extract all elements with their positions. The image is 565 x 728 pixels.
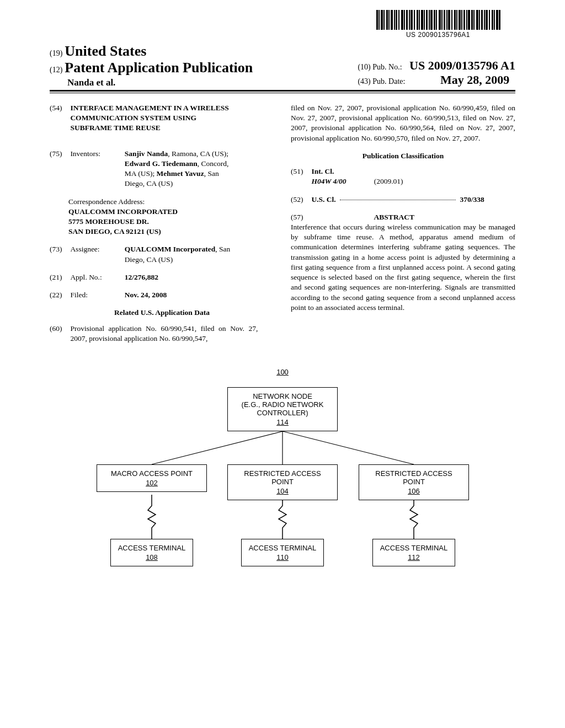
pubno-label: Pub. No.: xyxy=(372,63,402,71)
abstract-label: ABSTRACT xyxy=(311,212,477,222)
access-terminal-1-box: ACCESS TERMINAL 108 xyxy=(110,539,193,566)
abstract-text: Interference that occurs during wireless… xyxy=(291,222,515,313)
rap1-l1: RESTRICTED ACCESS POINT xyxy=(244,469,321,486)
filed-value: Nov. 24, 2008 xyxy=(125,290,241,300)
code-10: (10) xyxy=(358,63,370,71)
rap2-l1: RESTRICTED ACCESS POINT xyxy=(375,469,452,486)
right-column: filed on Nov. 27, 2007, provisional appl… xyxy=(291,103,515,351)
header-row: (19) United States (12) Patent Applicati… xyxy=(50,43,515,92)
nn-l3: CONTROLLER) xyxy=(257,409,308,417)
related-text-left: Provisional application No. 60/990,541, … xyxy=(70,324,258,344)
svg-line-2 xyxy=(282,431,414,464)
nn-l2: (E.G., RADIO NETWORK xyxy=(242,400,324,409)
at1-l1: ACCESS TERMINAL xyxy=(118,544,186,552)
access-terminal-2-box: ACCESS TERMINAL 110 xyxy=(241,539,324,566)
network-node-box: NETWORK NODE (E.G., RADIO NETWORK CONTRO… xyxy=(227,387,338,431)
code-54: (54) xyxy=(50,103,68,113)
code-52: (52) xyxy=(291,195,310,205)
authors-etal: Nanda et al. xyxy=(67,77,253,88)
related-text-right: filed on Nov. 27, 2007, provisional appl… xyxy=(291,103,515,143)
pubclass-head: Publication Classification xyxy=(291,151,515,161)
access-terminal-3-box: ACCESS TERMINAL 112 xyxy=(372,539,455,566)
at2-ref: 110 xyxy=(248,553,317,561)
applno-label: Appl. No.: xyxy=(70,272,122,282)
left-column: (54) INTERFACE MANAGEMENT IN A WIRELESS … xyxy=(50,103,274,351)
pubno-value: US 2009/0135796 A1 xyxy=(409,58,515,73)
inventor-2: Edward G. Tiedemann xyxy=(125,159,198,168)
related-head: Related U.S. Application Data xyxy=(50,308,274,318)
intcl-label: Int. Cl. xyxy=(311,167,334,175)
barcode-icon xyxy=(361,10,515,30)
figure-100: 100 NETWORK NODE (E.G., RADIO NETWORK CO… xyxy=(50,368,515,611)
pubdate-value: May 28, 2009 xyxy=(440,73,509,87)
inventor-1-loc: , Ramona, CA (US); xyxy=(168,149,228,158)
barcode-text: US 20090135796A1 xyxy=(361,31,515,39)
uscl-label: U.S. Cl. xyxy=(311,195,335,204)
figure-number: 100 xyxy=(276,368,289,376)
publication-type: Patent Application Publication xyxy=(65,60,253,76)
rap2-ref: 106 xyxy=(366,487,462,495)
correspondence-l1: QUALCOMM INCORPORATED xyxy=(68,207,274,217)
intcl-date: (2009.01) xyxy=(374,177,403,185)
correspondence-lead: Correspondence Address: xyxy=(68,197,274,207)
code-57: (57) xyxy=(291,212,310,222)
intcl-class: H04W 4/00 xyxy=(311,176,372,186)
correspondence-l2: 5775 MOREHOUSE DR. xyxy=(68,217,274,227)
applno-value: 12/276,882 xyxy=(125,272,241,282)
rap1-ref: 104 xyxy=(234,487,331,495)
at2-l1: ACCESS TERMINAL xyxy=(249,544,317,552)
inventor-1: Sanjiv Nanda xyxy=(125,149,168,158)
header-rule xyxy=(50,93,515,93)
inventor-3: Mehmet Yavuz xyxy=(157,169,204,178)
code-43: (43) xyxy=(358,77,370,85)
barcode-block: US 20090135796A1 xyxy=(361,10,515,39)
at1-ref: 108 xyxy=(118,553,186,561)
pubdate-label: Pub. Date: xyxy=(372,77,405,85)
invention-title: INTERFACE MANAGEMENT IN A WIRELESS COMMU… xyxy=(70,103,236,133)
nn-l1: NETWORK NODE xyxy=(253,392,312,400)
code-75: (75) xyxy=(50,149,68,159)
assignee-value: QUALCOMM Incorporated, San Diego, CA (US… xyxy=(125,244,241,264)
inventors-value: Sanjiv Nanda, Ramona, CA (US); Edward G.… xyxy=(125,149,241,189)
patent-page: US 20090135796A1 (19) United States (12)… xyxy=(0,0,565,728)
correspondence-address: Correspondence Address: QUALCOMM INCORPO… xyxy=(68,197,274,237)
at3-ref: 112 xyxy=(380,553,448,561)
code-60: (60) xyxy=(50,324,68,334)
inventors-label: Inventors: xyxy=(70,149,122,159)
macro-ap-box: MACRO ACCESS POINT 102 xyxy=(97,464,207,492)
dot-leader xyxy=(340,200,456,200)
code-19: (19) xyxy=(50,49,62,57)
code-22: (22) xyxy=(50,290,68,300)
at3-l1: ACCESS TERMINAL xyxy=(380,544,448,552)
bibliographic-data: (54) INTERFACE MANAGEMENT IN A WIRELESS … xyxy=(50,103,515,351)
nn-ref: 114 xyxy=(234,418,331,426)
country: United States xyxy=(65,43,146,59)
code-21: (21) xyxy=(50,272,68,282)
restricted-ap1-box: RESTRICTED ACCESS POINT 104 xyxy=(227,464,338,500)
svg-line-0 xyxy=(152,431,282,464)
code-51: (51) xyxy=(291,167,310,176)
correspondence-l3: SAN DIEGO, CA 92121 (US) xyxy=(68,227,274,237)
assignee-label: Assignee: xyxy=(70,244,122,254)
map-ref: 102 xyxy=(104,479,200,487)
restricted-ap2-box: RESTRICTED ACCESS POINT 106 xyxy=(359,464,469,500)
assignee-name: QUALCOMM Incorporated xyxy=(125,245,216,253)
uscl-value: 370/338 xyxy=(460,195,484,204)
code-73: (73) xyxy=(50,244,68,254)
map-l1: MACRO ACCESS POINT xyxy=(111,469,193,478)
code-12: (12) xyxy=(50,66,62,74)
filed-label: Filed: xyxy=(70,290,122,300)
